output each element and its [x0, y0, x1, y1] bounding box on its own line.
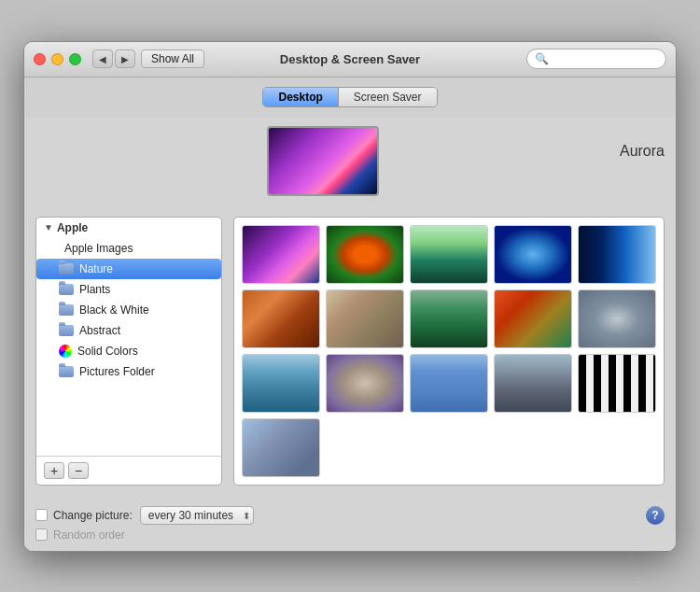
- color-wheel-icon: [59, 345, 72, 358]
- random-order-text: Random order: [53, 529, 125, 542]
- sidebar-section: ▼ Apple Apple Images Nature Plants: [36, 218, 221, 456]
- wallpaper-name: Aurora: [620, 143, 665, 160]
- preview-area: Aurora: [24, 117, 676, 205]
- sidebar-bottom-buttons: + −: [36, 456, 221, 485]
- random-order-row: Random order: [35, 529, 665, 542]
- interval-dropdown-wrapper[interactable]: every 30 minutes every 5 minutes every h…: [140, 506, 254, 525]
- sidebar-group-apple[interactable]: ▼ Apple: [36, 218, 221, 238]
- thumbnail-11[interactable]: [242, 354, 320, 413]
- random-order-label[interactable]: Random order: [35, 529, 125, 542]
- change-picture-label[interactable]: Change picture:: [35, 509, 133, 522]
- interval-dropdown[interactable]: every 30 minutes every 5 minutes every h…: [140, 506, 254, 525]
- thumbnail-5[interactable]: [578, 225, 656, 284]
- titlebar: ◀ ▶ Show All Desktop & Screen Saver 🔍: [24, 42, 676, 78]
- folder-icon: [59, 284, 74, 295]
- thumbnail-6[interactable]: [242, 289, 320, 348]
- folder-icon: [59, 325, 74, 336]
- thumbnail-15[interactable]: [578, 354, 656, 413]
- search-box[interactable]: 🔍: [526, 49, 666, 69]
- preview-image: [269, 128, 377, 194]
- add-button[interactable]: +: [44, 462, 64, 479]
- sidebar-item-pictures-folder[interactable]: Pictures Folder: [36, 361, 221, 382]
- thumbnail-4[interactable]: [494, 225, 572, 284]
- sidebar-item-label: Black & White: [79, 303, 149, 317]
- footer: Change picture: every 30 minutes every 5…: [24, 497, 676, 551]
- sidebar-item-solid-colors[interactable]: Solid Colors: [36, 341, 221, 361]
- close-button[interactable]: [34, 53, 46, 65]
- main-window: ◀ ▶ Show All Desktop & Screen Saver 🔍 De…: [23, 41, 677, 552]
- sidebar-item-label: Solid Colors: [77, 345, 138, 358]
- traffic-lights: [34, 53, 81, 65]
- segment-control: Desktop Screen Saver: [262, 87, 437, 107]
- thumbnail-1[interactable]: [242, 225, 320, 284]
- sidebar-item-label: Plants: [79, 283, 110, 296]
- image-grid: [242, 225, 656, 477]
- tab-bar: Desktop Screen Saver: [24, 78, 676, 117]
- minimize-button[interactable]: [51, 53, 63, 65]
- wallpaper-preview: [267, 126, 379, 196]
- change-picture-checkbox[interactable]: [35, 509, 48, 521]
- nav-back-button[interactable]: ◀: [92, 49, 113, 68]
- nav-buttons: ◀ ▶: [92, 49, 135, 68]
- change-picture-text: Change picture:: [53, 509, 133, 522]
- image-grid-container: [233, 217, 665, 486]
- thumbnail-9[interactable]: [494, 289, 572, 348]
- triangle-icon: ▼: [44, 222, 53, 233]
- thumbnail-13[interactable]: [410, 354, 488, 413]
- random-order-checkbox[interactable]: [35, 529, 48, 541]
- folder-icon: [59, 263, 74, 275]
- tab-desktop[interactable]: Desktop: [263, 88, 338, 106]
- sidebar-item-label: Apple Images: [64, 242, 133, 255]
- change-picture-row: Change picture: every 30 minutes every 5…: [35, 506, 665, 525]
- content-area: ▼ Apple Apple Images Nature Plants: [24, 205, 676, 497]
- sidebar-item-nature[interactable]: Nature: [36, 259, 221, 279]
- show-all-button[interactable]: Show All: [141, 49, 204, 68]
- sidebar-item-apple-images[interactable]: Apple Images: [36, 238, 221, 259]
- sidebar-item-black-white[interactable]: Black & White: [36, 300, 221, 320]
- search-icon: 🔍: [535, 52, 549, 65]
- sidebar-item-label: Nature: [79, 262, 113, 275]
- thumbnail-16[interactable]: [242, 418, 320, 477]
- thumbnail-10[interactable]: [578, 289, 656, 348]
- sidebar-item-label: Abstract: [79, 324, 120, 337]
- help-button[interactable]: ?: [646, 506, 665, 525]
- thumbnail-7[interactable]: [326, 289, 404, 348]
- folder-icon: [59, 304, 74, 316]
- thumbnail-3[interactable]: [410, 225, 488, 284]
- thumbnail-12[interactable]: [326, 354, 404, 413]
- thumbnail-2[interactable]: [326, 225, 404, 284]
- sidebar-group-label: Apple: [57, 221, 88, 234]
- sidebar-item-label: Pictures Folder: [79, 365, 155, 378]
- nav-forward-button[interactable]: ▶: [115, 49, 135, 68]
- sidebar-item-abstract[interactable]: Abstract: [36, 320, 221, 341]
- search-input[interactable]: [553, 52, 658, 65]
- tab-screensaver[interactable]: Screen Saver: [339, 88, 437, 106]
- window-title: Desktop & Screen Saver: [280, 52, 420, 66]
- maximize-button[interactable]: [69, 53, 81, 65]
- remove-button[interactable]: −: [68, 462, 89, 479]
- folder-icon: [59, 366, 74, 377]
- sidebar-item-plants[interactable]: Plants: [36, 279, 221, 300]
- thumbnail-14[interactable]: [494, 354, 572, 413]
- thumbnail-8[interactable]: [410, 289, 488, 348]
- sidebar: ▼ Apple Apple Images Nature Plants: [35, 217, 222, 486]
